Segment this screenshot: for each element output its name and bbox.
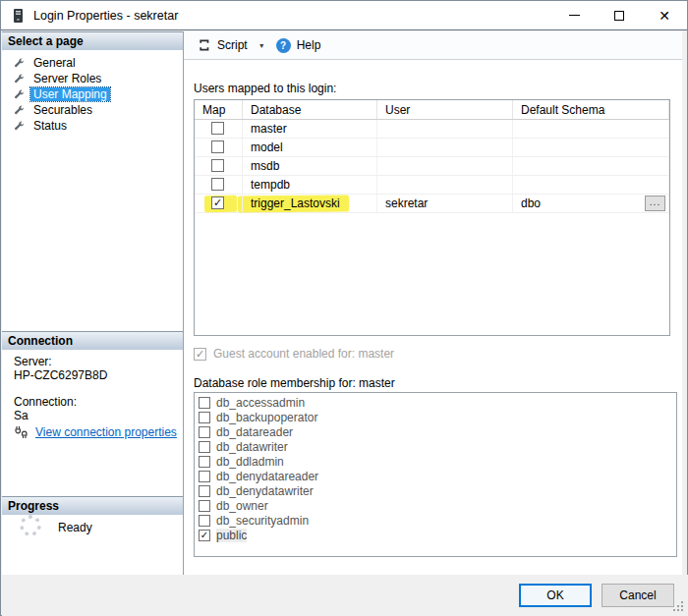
database-cell: tempdb bbox=[243, 176, 377, 194]
list-item: db_securityadmin bbox=[195, 513, 676, 528]
sidebar-item-securables[interactable]: Securables bbox=[10, 102, 175, 118]
progress-spinner-icon bbox=[20, 515, 41, 536]
sidebar-item-server-roles[interactable]: Server Roles bbox=[10, 71, 175, 86]
connection-label: Connection: bbox=[14, 396, 77, 409]
server-label: Server: bbox=[14, 356, 52, 368]
users-table: Map Database User Default Schema master … bbox=[194, 99, 670, 336]
map-checkbox[interactable] bbox=[211, 178, 224, 191]
help-button-label: Help bbox=[297, 38, 321, 52]
sidebar-item-label: User Mapping bbox=[30, 87, 110, 101]
role-checkbox[interactable] bbox=[199, 426, 210, 438]
role-label: db_denydatareader bbox=[216, 470, 318, 483]
column-header-map: Map bbox=[195, 100, 243, 119]
list-item: db_datareader bbox=[195, 424, 676, 439]
wrench-icon bbox=[14, 58, 25, 69]
role-label: db_datawriter bbox=[216, 440, 288, 454]
sidebar-item-user-mapping[interactable]: User Mapping bbox=[10, 86, 175, 102]
wrench-icon bbox=[14, 89, 25, 100]
login-properties-dialog: Login Properties - sekretar ✕ Select a p… bbox=[0, 0, 688, 616]
user-cell: sekretar bbox=[377, 195, 513, 212]
role-checkbox[interactable]: ✓ bbox=[199, 530, 210, 541]
map-checkbox[interactable] bbox=[211, 122, 224, 135]
role-checkbox[interactable] bbox=[199, 471, 210, 482]
sidebar-item-label: Server Roles bbox=[30, 72, 104, 85]
close-icon: ✕ bbox=[659, 9, 670, 23]
sidebar-item-general[interactable]: General bbox=[10, 55, 175, 71]
help-icon: ? bbox=[276, 38, 291, 53]
script-icon bbox=[198, 38, 211, 52]
map-checkbox[interactable] bbox=[211, 159, 224, 172]
list-item: db_backupoperator bbox=[195, 410, 676, 424]
role-membership-list: db_accessadmin db_backupoperator db_data… bbox=[194, 392, 677, 557]
maximize-button[interactable] bbox=[597, 1, 642, 29]
resize-grip[interactable] bbox=[681, 609, 683, 611]
script-button-label: Script bbox=[217, 38, 248, 52]
column-header-default-schema: Default Schema bbox=[513, 100, 669, 119]
column-header-database: Database bbox=[243, 100, 377, 119]
schema-cell bbox=[513, 176, 669, 194]
role-checkbox[interactable] bbox=[199, 412, 210, 423]
select-a-page-header: Select a page bbox=[2, 31, 183, 50]
wrench-icon bbox=[14, 105, 25, 116]
users-mapped-label: Users mapped to this login: bbox=[194, 82, 336, 95]
role-label: db_datareader bbox=[216, 425, 293, 439]
window-controls: ✕ bbox=[551, 1, 687, 29]
role-checkbox[interactable] bbox=[199, 397, 210, 409]
role-membership-label: Database role membership for: master bbox=[194, 376, 395, 390]
column-header-user: User bbox=[377, 100, 513, 119]
schema-cell bbox=[513, 139, 669, 156]
cancel-button[interactable]: Cancel bbox=[602, 584, 674, 607]
role-label: db_securityadmin bbox=[216, 514, 309, 528]
table-header-row: Map Database User Default Schema bbox=[195, 100, 669, 120]
list-item: db_ddladmin bbox=[195, 454, 676, 469]
progress-header: Progress bbox=[2, 496, 183, 515]
minimize-button[interactable] bbox=[551, 1, 597, 29]
minimize-icon bbox=[569, 15, 580, 16]
view-connection-properties-link[interactable]: View connection properties bbox=[35, 425, 177, 439]
default-schema-browse-button[interactable]: ... bbox=[645, 196, 665, 211]
script-dropdown-button[interactable]: ▼ bbox=[253, 39, 271, 52]
role-checkbox[interactable] bbox=[199, 456, 210, 468]
role-label: db_owner bbox=[216, 499, 268, 513]
guest-account-label: Guest account enabled for: master bbox=[213, 347, 394, 361]
map-checkbox[interactable] bbox=[211, 140, 224, 153]
close-button[interactable]: ✕ bbox=[642, 1, 687, 29]
sidebar-item-status[interactable]: Status bbox=[10, 118, 175, 134]
user-cell bbox=[377, 176, 513, 194]
connection-header: Connection bbox=[2, 331, 183, 350]
role-label: db_backupoperator bbox=[216, 411, 317, 424]
user-cell bbox=[377, 157, 513, 175]
script-button[interactable]: Script bbox=[193, 35, 253, 55]
map-checkbox[interactable]: ✓ bbox=[211, 196, 224, 209]
user-cell bbox=[377, 139, 513, 156]
list-item: db_owner bbox=[195, 498, 676, 513]
sidebar-item-label: Status bbox=[30, 119, 70, 133]
wrench-icon bbox=[14, 74, 25, 84]
guest-account-checkbox: ✓ bbox=[194, 348, 206, 361]
main-panel: Users mapped to this login: Map Database… bbox=[184, 60, 682, 575]
role-label: public bbox=[216, 529, 247, 542]
database-cell: msdb bbox=[243, 157, 377, 175]
role-label: db_ddladmin bbox=[216, 455, 284, 469]
database-cell: model bbox=[243, 139, 377, 156]
ok-button[interactable]: OK bbox=[519, 584, 592, 607]
chevron-down-icon: ▼ bbox=[258, 42, 265, 49]
list-item: db_denydatareader bbox=[195, 469, 676, 483]
role-checkbox[interactable] bbox=[199, 485, 210, 497]
list-item: db_datawriter bbox=[195, 439, 676, 454]
schema-cell: dbo bbox=[521, 196, 541, 210]
sidebar: Select a page General Server Roles User … bbox=[2, 31, 184, 575]
server-value: HP-CZC6297B8D bbox=[14, 369, 107, 382]
role-checkbox[interactable] bbox=[199, 500, 210, 512]
footer: OK Cancel bbox=[2, 575, 688, 616]
table-row: model bbox=[195, 139, 669, 157]
database-cell: master bbox=[243, 120, 377, 138]
progress-status: Ready bbox=[58, 521, 92, 534]
role-checkbox[interactable] bbox=[199, 515, 210, 527]
table-row-highlighted: ✓ trigger_Lastovski sekretar dbo ... bbox=[195, 195, 669, 213]
list-item: db_denydatawriter bbox=[195, 483, 676, 498]
help-button[interactable]: ? Help bbox=[271, 35, 326, 56]
table-row: master bbox=[195, 120, 669, 139]
connection-properties-icon bbox=[14, 425, 29, 439]
role-checkbox[interactable] bbox=[199, 441, 210, 453]
